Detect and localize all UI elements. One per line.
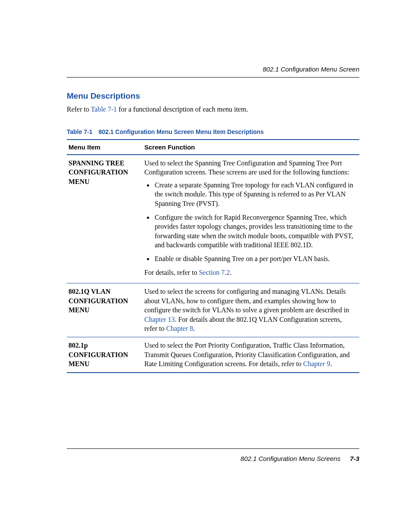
bullet-list: Create a separate Spanning Tree topology… <box>154 180 356 264</box>
function-cell: Used to select the Port Priority Configu… <box>143 337 359 373</box>
intro-paragraph: Refer to Table 7-1 for a functional desc… <box>67 105 359 114</box>
outro-after: . <box>230 269 232 276</box>
col-header-function: Screen Function <box>143 140 359 155</box>
page-number: 7-3 <box>350 455 359 462</box>
menuitem-cell: SPANNING TREE CONFIGURATION MENU <box>67 155 143 283</box>
table-ref-link[interactable]: Table 7-1 <box>91 106 117 113</box>
table-row: 802.1p CONFIGURATION MENU Used to select… <box>67 337 359 373</box>
header-rule <box>67 77 359 78</box>
table-header-row: Menu Item Screen Function <box>67 140 359 155</box>
footer-title: 802.1 Configuration Menu Screens <box>240 455 340 462</box>
desc-outro: For details, refer to Section 7.2. <box>144 268 356 277</box>
chapter-ref-link[interactable]: Chapter 8 <box>166 325 193 332</box>
menuitem-cell: 802.1p CONFIGURATION MENU <box>67 337 143 373</box>
list-item: Create a separate Spanning Tree topology… <box>154 180 356 208</box>
menuitem-cell: 802.1Q VLAN CONFIGURATION MENU <box>67 283 143 337</box>
section-ref-link[interactable]: Section 7.2 <box>199 269 230 276</box>
table-row: 802.1Q VLAN CONFIGURATION MENU Used to s… <box>67 283 359 337</box>
chapter-ref-link[interactable]: Chapter 9 <box>303 360 330 367</box>
footer-rule <box>67 448 359 449</box>
table-caption: Table 7-1 802.1 Configuration Menu Scree… <box>67 128 359 137</box>
desc-before: Used to select the screens for configuri… <box>144 288 349 314</box>
function-cell: Used to select the screens for configuri… <box>143 283 359 337</box>
page-header-title: 802.1 Configuration Menu Screen <box>263 65 359 73</box>
intro-text-before: Refer to <box>67 106 91 113</box>
list-item: Enable or disable Spanning Tree on a per… <box>154 254 356 264</box>
outro-before: For details, refer to <box>144 269 199 276</box>
desc-after: . <box>330 360 332 367</box>
table-row: SPANNING TREE CONFIGURATION MENU Used to… <box>67 155 359 283</box>
section-heading: Menu Descriptions <box>67 90 359 102</box>
function-cell: Used to select the Spanning Tree Configu… <box>143 155 359 283</box>
page-header: 802.1 Configuration Menu Screen <box>67 65 359 74</box>
intro-text-after: for a functional description of each men… <box>117 106 248 113</box>
desc-intro: Used to select the Spanning Tree Configu… <box>144 159 356 177</box>
footer-text: 802.1 Configuration Menu Screens 7-3 <box>67 454 359 463</box>
chapter-ref-link[interactable]: Chapter 13 <box>144 316 175 323</box>
page-footer: 802.1 Configuration Menu Screens 7-3 <box>67 448 359 463</box>
desc-after: . <box>193 325 195 332</box>
list-item: Configure the switch for Rapid Reconverg… <box>154 213 356 250</box>
col-header-menuitem: Menu Item <box>67 140 143 155</box>
menu-descriptions-table: Menu Item Screen Function SPANNING TREE … <box>67 139 359 373</box>
